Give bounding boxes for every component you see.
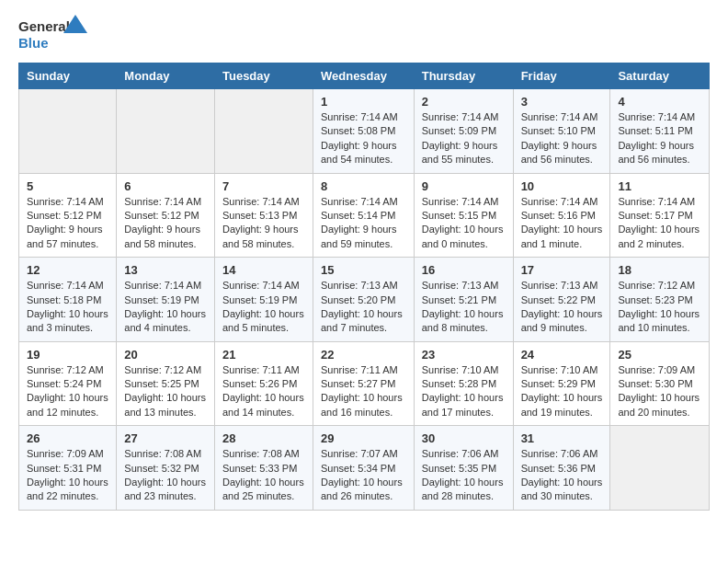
header: General Blue (18, 15, 710, 55)
day-cell: 20Sunrise: 7:12 AMSunset: 5:25 PMDayligh… (117, 341, 215, 426)
day-cell (117, 89, 215, 174)
day-number: 18 (618, 263, 701, 277)
day-cell: 10Sunrise: 7:14 AMSunset: 5:16 PMDayligh… (513, 173, 610, 258)
page: General Blue SundayMondayTuesdayWednesda… (0, 0, 728, 525)
day-number: 24 (521, 348, 603, 362)
day-cell: 8Sunrise: 7:14 AMSunset: 5:14 PMDaylight… (313, 173, 414, 258)
day-number: 31 (521, 431, 603, 445)
day-info: Sunrise: 7:12 AMSunset: 5:25 PMDaylight:… (124, 363, 207, 420)
day-cell: 27Sunrise: 7:08 AMSunset: 5:32 PMDayligh… (117, 426, 215, 511)
day-info: Sunrise: 7:06 AMSunset: 5:36 PMDaylight:… (521, 447, 603, 504)
day-info: Sunrise: 7:14 AMSunset: 5:12 PMDaylight:… (124, 195, 207, 252)
day-info: Sunrise: 7:12 AMSunset: 5:24 PMDaylight:… (27, 363, 108, 420)
day-number: 28 (222, 431, 305, 445)
day-info: Sunrise: 7:13 AMSunset: 5:21 PMDaylight:… (422, 279, 506, 336)
day-number: 6 (124, 179, 207, 193)
day-number: 4 (618, 95, 701, 109)
col-header-thursday: Thursday (414, 63, 513, 89)
calendar-table: SundayMondayTuesdayWednesdayThursdayFrid… (18, 63, 710, 511)
day-number: 2 (422, 95, 506, 109)
day-info: Sunrise: 7:14 AMSunset: 5:19 PMDaylight:… (222, 279, 305, 336)
col-header-friday: Friday (513, 63, 610, 89)
day-cell: 3Sunrise: 7:14 AMSunset: 5:10 PMDaylight… (513, 89, 610, 174)
week-row-1: 1Sunrise: 7:14 AMSunset: 5:08 PMDaylight… (19, 89, 710, 174)
day-info: Sunrise: 7:09 AMSunset: 5:30 PMDaylight:… (618, 363, 701, 420)
day-cell: 30Sunrise: 7:06 AMSunset: 5:35 PMDayligh… (414, 426, 513, 511)
day-info: Sunrise: 7:14 AMSunset: 5:19 PMDaylight:… (124, 279, 207, 336)
day-info: Sunrise: 7:08 AMSunset: 5:33 PMDaylight:… (222, 447, 305, 504)
day-number: 11 (618, 179, 701, 193)
day-cell: 28Sunrise: 7:08 AMSunset: 5:33 PMDayligh… (214, 426, 313, 511)
day-cell: 2Sunrise: 7:14 AMSunset: 5:09 PMDaylight… (414, 89, 513, 174)
day-number: 30 (422, 431, 506, 445)
day-number: 1 (321, 95, 406, 109)
day-info: Sunrise: 7:14 AMSunset: 5:13 PMDaylight:… (222, 195, 305, 252)
col-header-monday: Monday (117, 63, 215, 89)
day-cell: 4Sunrise: 7:14 AMSunset: 5:11 PMDaylight… (610, 89, 710, 174)
day-info: Sunrise: 7:06 AMSunset: 5:35 PMDaylight:… (422, 447, 506, 504)
day-info: Sunrise: 7:14 AMSunset: 5:14 PMDaylight:… (321, 195, 406, 252)
day-number: 19 (27, 348, 108, 362)
day-number: 23 (422, 348, 506, 362)
day-number: 29 (321, 431, 406, 445)
day-cell: 31Sunrise: 7:06 AMSunset: 5:36 PMDayligh… (513, 426, 610, 511)
svg-text:Blue: Blue (18, 35, 49, 51)
day-cell: 18Sunrise: 7:12 AMSunset: 5:23 PMDayligh… (610, 258, 710, 342)
day-info: Sunrise: 7:08 AMSunset: 5:32 PMDaylight:… (124, 447, 207, 504)
day-info: Sunrise: 7:14 AMSunset: 5:15 PMDaylight:… (422, 195, 506, 252)
day-cell: 14Sunrise: 7:14 AMSunset: 5:19 PMDayligh… (214, 258, 313, 342)
day-number: 17 (521, 263, 603, 277)
logo: General Blue (18, 15, 92, 55)
col-header-tuesday: Tuesday (214, 63, 313, 89)
day-info: Sunrise: 7:07 AMSunset: 5:34 PMDaylight:… (321, 447, 406, 504)
day-cell: 24Sunrise: 7:10 AMSunset: 5:29 PMDayligh… (513, 341, 610, 426)
day-cell: 6Sunrise: 7:14 AMSunset: 5:12 PMDaylight… (117, 173, 215, 258)
day-number: 9 (422, 179, 506, 193)
day-cell: 1Sunrise: 7:14 AMSunset: 5:08 PMDaylight… (313, 89, 414, 174)
day-number: 14 (222, 263, 305, 277)
day-number: 7 (222, 179, 305, 193)
day-number: 26 (27, 431, 108, 445)
day-number: 22 (321, 348, 406, 362)
day-info: Sunrise: 7:14 AMSunset: 5:17 PMDaylight:… (618, 195, 701, 252)
day-cell (610, 426, 710, 511)
logo-svg: General Blue (18, 15, 92, 55)
day-info: Sunrise: 7:09 AMSunset: 5:31 PMDaylight:… (27, 447, 108, 504)
day-cell: 5Sunrise: 7:14 AMSunset: 5:12 PMDaylight… (19, 173, 117, 258)
day-cell: 22Sunrise: 7:11 AMSunset: 5:27 PMDayligh… (313, 341, 414, 426)
day-cell: 15Sunrise: 7:13 AMSunset: 5:20 PMDayligh… (313, 258, 414, 342)
day-cell: 19Sunrise: 7:12 AMSunset: 5:24 PMDayligh… (19, 341, 117, 426)
day-info: Sunrise: 7:13 AMSunset: 5:20 PMDaylight:… (321, 279, 406, 336)
day-number: 16 (422, 263, 506, 277)
col-header-sunday: Sunday (19, 63, 117, 89)
col-header-saturday: Saturday (610, 63, 710, 89)
day-number: 15 (321, 263, 406, 277)
week-row-4: 19Sunrise: 7:12 AMSunset: 5:24 PMDayligh… (19, 341, 710, 426)
day-cell: 13Sunrise: 7:14 AMSunset: 5:19 PMDayligh… (117, 258, 215, 342)
day-info: Sunrise: 7:10 AMSunset: 5:28 PMDaylight:… (422, 363, 506, 420)
day-number: 13 (124, 263, 207, 277)
day-cell: 25Sunrise: 7:09 AMSunset: 5:30 PMDayligh… (610, 341, 710, 426)
day-cell: 23Sunrise: 7:10 AMSunset: 5:28 PMDayligh… (414, 341, 513, 426)
day-info: Sunrise: 7:14 AMSunset: 5:08 PMDaylight:… (321, 110, 406, 167)
day-info: Sunrise: 7:11 AMSunset: 5:27 PMDaylight:… (321, 363, 406, 420)
day-info: Sunrise: 7:14 AMSunset: 5:10 PMDaylight:… (521, 110, 603, 167)
day-number: 5 (27, 179, 108, 193)
day-cell: 29Sunrise: 7:07 AMSunset: 5:34 PMDayligh… (313, 426, 414, 511)
day-number: 20 (124, 348, 207, 362)
day-info: Sunrise: 7:14 AMSunset: 5:16 PMDaylight:… (521, 195, 603, 252)
day-number: 21 (222, 348, 305, 362)
day-number: 27 (124, 431, 207, 445)
day-number: 10 (521, 179, 603, 193)
header-row: SundayMondayTuesdayWednesdayThursdayFrid… (19, 63, 710, 89)
day-cell (214, 89, 313, 174)
col-header-wednesday: Wednesday (313, 63, 414, 89)
day-info: Sunrise: 7:12 AMSunset: 5:23 PMDaylight:… (618, 279, 701, 336)
week-row-2: 5Sunrise: 7:14 AMSunset: 5:12 PMDaylight… (19, 173, 710, 258)
day-info: Sunrise: 7:13 AMSunset: 5:22 PMDaylight:… (521, 279, 603, 336)
day-cell: 7Sunrise: 7:14 AMSunset: 5:13 PMDaylight… (214, 173, 313, 258)
day-cell: 26Sunrise: 7:09 AMSunset: 5:31 PMDayligh… (19, 426, 117, 511)
day-info: Sunrise: 7:14 AMSunset: 5:12 PMDaylight:… (27, 195, 108, 252)
day-cell: 9Sunrise: 7:14 AMSunset: 5:15 PMDaylight… (414, 173, 513, 258)
day-cell: 12Sunrise: 7:14 AMSunset: 5:18 PMDayligh… (19, 258, 117, 342)
